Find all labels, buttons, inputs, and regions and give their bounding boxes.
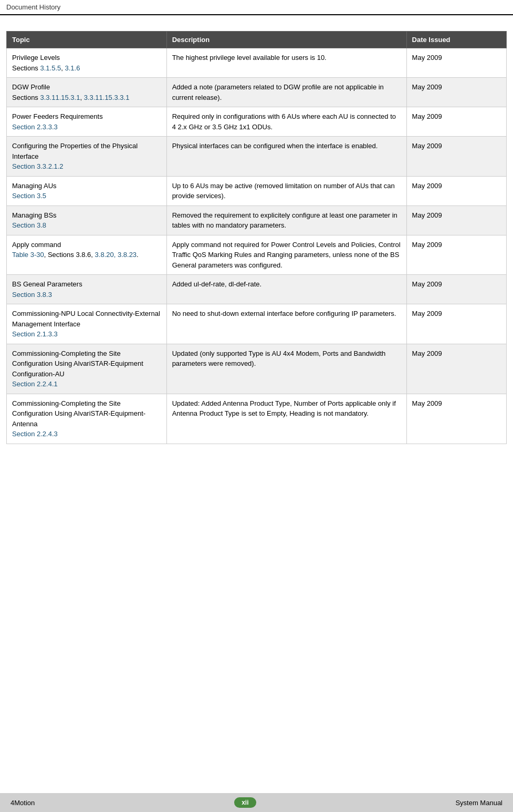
description-cell: Removed the requirement to explicitely c… <box>166 205 406 235</box>
topic-title: Managing BSs <box>12 211 57 219</box>
topic-link[interactable]: Table 3-30 <box>12 251 44 259</box>
page-header-title: Document History <box>6 3 60 11</box>
table-header-row: Topic Description Date Issued <box>7 32 507 48</box>
table-row: Commissioning-Completing the Site Config… <box>7 344 507 394</box>
topic-link[interactable]: Section 2.3.3.3 <box>12 123 58 131</box>
page-header: Document History <box>0 0 513 15</box>
topic-cell: Configuring the Properties of the Physic… <box>7 137 167 177</box>
description-cell: Up to 6 AUs may be active (removed limit… <box>166 176 406 205</box>
document-history-table: Topic Description Date Issued Privilege … <box>6 31 507 444</box>
description-cell: The highest privilege level available fo… <box>166 48 406 78</box>
topic-cell: Managing AUsSection 3.5 <box>7 176 167 205</box>
footer-left: 4Motion <box>11 799 35 807</box>
col-topic: Topic <box>7 32 167 48</box>
topic-title: Managing AUs <box>12 182 57 190</box>
description-cell: Apply command not required for Power Con… <box>166 235 406 275</box>
date-cell: May 2009 <box>406 137 506 177</box>
topic-link[interactable]: Section 2.1.3.3 <box>12 330 58 338</box>
date-cell: May 2009 <box>406 48 506 78</box>
topic-cell: Commissioning-Completing the Site Config… <box>7 394 167 444</box>
description-cell: Updated: Added Antenna Product Type, Num… <box>166 394 406 444</box>
topic-link[interactable]: Section 3.3.2.1.2 <box>12 162 64 170</box>
description-cell: Physical interfaces can be configured wh… <box>166 137 406 177</box>
main-content: Topic Description Date Issued Privilege … <box>0 15 513 476</box>
date-cell: May 2009 <box>406 205 506 235</box>
topic-link[interactable]: 3.1.6 <box>63 64 80 72</box>
topic-cell: Apply commandTable 3-30, Sections 3.8.6,… <box>7 235 167 275</box>
date-cell: May 2009 <box>406 394 506 444</box>
footer-page-number: xii <box>234 797 256 808</box>
topic-link-separator: , Sections 3.8.6, <box>44 251 93 259</box>
col-date: Date Issued <box>406 32 506 48</box>
table-row: Managing AUsSection 3.5Up to 6 AUs may b… <box>7 176 507 205</box>
topic-prefix: Sections <box>12 94 40 101</box>
date-cell: May 2009 <box>406 344 506 394</box>
topic-title: BS Geneal Parameters <box>12 280 82 288</box>
date-cell: May 2009 <box>406 275 506 304</box>
topic-title: Commissioning-Completing the Site Config… <box>12 399 145 428</box>
table-row: Commissioning-Completing the Site Config… <box>7 394 507 444</box>
description-cell: Added a note (parameters related to DGW … <box>166 78 406 107</box>
date-cell: May 2009 <box>406 235 506 275</box>
description-cell: Required only in configurations with 6 A… <box>166 107 406 137</box>
date-cell: May 2009 <box>406 107 506 137</box>
topic-title: Power Feeders Requirements <box>12 112 103 120</box>
topic-cell: Privilege LevelsSections 3.1.5.5, 3.1.6 <box>7 48 167 78</box>
topic-cell: DGW ProfileSections 3.3.11.15.3.1, 3.3.1… <box>7 78 167 107</box>
topic-link[interactable]: 3.1.5.5 <box>40 64 61 72</box>
topic-cell: Commissioning-Completing the Site Config… <box>7 344 167 394</box>
topic-link[interactable]: Section 3.5 <box>12 192 46 200</box>
table-row: Managing BSsSection 3.8Removed the requi… <box>7 205 507 235</box>
date-cell: May 2009 <box>406 176 506 205</box>
topic-link-separator: . <box>137 251 139 259</box>
table-row: DGW ProfileSections 3.3.11.15.3.1, 3.3.1… <box>7 78 507 107</box>
description-cell: No need to shut-down external interface … <box>166 304 406 344</box>
topic-link[interactable]: Section 2.2.4.1 <box>12 380 58 388</box>
description-cell: Added ul-def-rate, dl-def-rate. <box>166 275 406 304</box>
date-cell: May 2009 <box>406 304 506 344</box>
footer-right: System Manual <box>455 799 502 807</box>
topic-link[interactable]: 3.3.11.15.3.1 <box>40 94 80 101</box>
table-row: Privilege LevelsSections 3.1.5.5, 3.1.6T… <box>7 48 507 78</box>
date-cell: May 2009 <box>406 78 506 107</box>
topic-link[interactable]: , 3.8.23 <box>114 251 137 259</box>
table-row: Commissioning-NPU Local Connectivity-Ext… <box>7 304 507 344</box>
table-row: Apply commandTable 3-30, Sections 3.8.6,… <box>7 235 507 275</box>
topic-title: Commissioning-NPU Local Connectivity-Ext… <box>12 310 160 328</box>
topic-cell: Power Feeders RequirementsSection 2.3.3.… <box>7 107 167 137</box>
topic-title: DGW Profile <box>12 83 50 91</box>
topic-prefix: Sections <box>12 64 40 72</box>
topic-link[interactable]: 3.8.20 <box>93 251 114 259</box>
topic-title: Commissioning-Completing the Site Config… <box>12 350 143 378</box>
topic-title: Privilege Levels <box>12 54 60 61</box>
topic-cell: Commissioning-NPU Local Connectivity-Ext… <box>7 304 167 344</box>
topic-link[interactable]: Section 2.2.4.3 <box>12 430 58 438</box>
page-footer: 4Motion xii System Manual <box>0 793 513 812</box>
table-row: Power Feeders RequirementsSection 2.3.3.… <box>7 107 507 137</box>
topic-title: Apply command <box>12 241 61 249</box>
topic-link[interactable]: Section 3.8 <box>12 221 46 229</box>
topic-link[interactable]: 3.3.11.15.3.3.1 <box>82 94 129 101</box>
topic-cell: BS Geneal ParametersSection 3.8.3 <box>7 275 167 304</box>
table-row: Configuring the Properties of the Physic… <box>7 137 507 177</box>
col-description: Description <box>166 32 406 48</box>
table-row: BS Geneal ParametersSection 3.8.3Added u… <box>7 275 507 304</box>
topic-title: Configuring the Properties of the Physic… <box>12 142 138 160</box>
topic-cell: Managing BSsSection 3.8 <box>7 205 167 235</box>
description-cell: Updated (only supported Type is AU 4x4 M… <box>166 344 406 394</box>
topic-link[interactable]: Section 3.8.3 <box>12 291 52 299</box>
